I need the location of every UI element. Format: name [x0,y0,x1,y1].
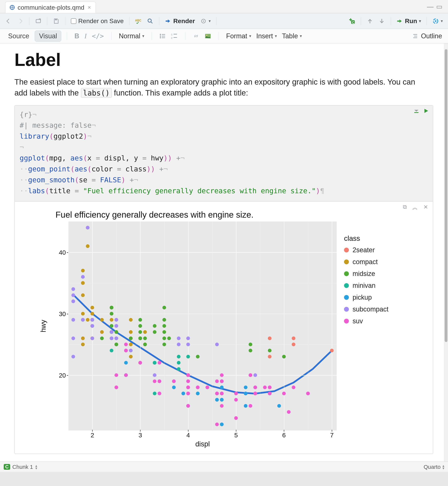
data-point [162,330,166,334]
data-point [220,373,224,377]
render-on-save-toggle[interactable]: Render on Save [69,16,126,26]
data-point [138,361,142,364]
svg-text:1: 1 [171,33,173,36]
outline-button[interactable]: Outline [411,31,444,41]
data-point [143,343,147,346]
svg-point-4 [148,19,151,22]
spellcheck-button[interactable]: ABC [133,17,144,25]
data-point [182,392,185,395]
data-point [162,318,166,322]
data-point [81,318,85,322]
format-menu[interactable]: Format ▾ [224,31,253,41]
go-prev-chunk-button[interactable] [365,17,375,25]
save-button[interactable] [51,17,61,25]
data-point [248,373,252,377]
engine-label[interactable]: Quarto [424,464,440,470]
visual-mode-button[interactable]: Visual [35,31,61,42]
data-point [215,398,219,402]
data-point [114,336,118,340]
legend-swatch [344,307,349,312]
image-button[interactable] [203,32,213,40]
maximize-pane-icon[interactable]: ▭ [436,3,442,10]
data-point [81,281,85,285]
run-button[interactable]: Run ▾ [394,16,423,26]
data-point [268,336,272,340]
legend-label: compact [352,258,378,266]
bold-button[interactable]: B [72,31,81,41]
legend-label: subcompact [352,305,388,313]
data-point [110,330,113,334]
bullet-list-button[interactable] [157,32,168,40]
x-axis-label: displ [54,439,337,448]
nav-back-button[interactable] [3,17,14,25]
minimize-pane-icon[interactable]: — [427,3,433,10]
x-axis-ticks: 234567 [68,430,337,439]
data-point [220,398,224,402]
data-point [124,373,128,377]
data-point [215,343,219,346]
quarto-doc-icon [9,5,15,10]
source-mode-button[interactable]: Source [4,31,33,41]
data-point [129,318,133,322]
data-point [153,330,157,334]
find-button[interactable] [145,17,155,25]
insert-menu[interactable]: Insert ▾ [255,31,279,41]
render-options-button[interactable]: ▾ [198,17,213,25]
data-point [81,343,85,346]
code-chunk-source[interactable]: {r}¬ #| message: false¬ library(ggplot2)… [15,105,433,201]
render-button[interactable]: Render [163,16,197,26]
data-point [244,404,248,408]
data-point [81,269,85,272]
data-point [220,404,224,408]
close-tab-icon[interactable]: × [87,4,92,10]
scrollbar-thumb[interactable] [445,49,448,342]
run-chunk-icon[interactable] [423,108,429,114]
popout-output-icon[interactable]: ⧉ [403,204,407,211]
svg-point-15 [160,37,161,38]
data-point [158,379,161,383]
data-point [215,392,219,395]
file-tab[interactable]: communicate-plots.qmd × [5,1,96,13]
run-above-icon[interactable] [413,108,419,114]
data-point [196,355,200,358]
data-point [186,404,190,408]
data-point [90,312,94,316]
data-point [196,386,200,389]
data-point [244,392,248,395]
data-point [177,367,181,371]
data-point [81,312,85,316]
data-point [110,336,113,340]
svg-rect-14 [162,36,165,36]
svg-point-11 [160,34,161,35]
data-point [215,422,219,426]
block-style-select[interactable]: Normal ▾ [117,31,146,41]
go-next-chunk-button[interactable] [376,17,387,25]
chunk-nav-stepper[interactable]: ▴▾ [35,464,37,470]
svg-rect-25 [413,37,417,38]
table-menu[interactable]: Table ▾ [280,31,304,41]
nav-fwd-button[interactable] [15,17,25,25]
code-format-button[interactable]: </> [90,31,106,41]
data-point [153,361,157,364]
collapse-output-icon[interactable]: ︽ [412,204,418,211]
open-in-window-button[interactable] [33,17,43,25]
link-button[interactable] [191,32,201,40]
document-editor[interactable]: Label The easiest place to start when tu… [0,43,444,462]
data-point [110,312,113,316]
chunk-nav[interactable]: Chunk 1 [12,464,33,470]
italic-button[interactable]: I [82,31,88,41]
chunk-badge-icon: C [4,464,10,470]
engine-stepper[interactable]: ▴▾ [442,464,444,470]
clear-output-icon[interactable]: ✕ [424,204,428,211]
numbered-list-button[interactable]: 12 [169,32,180,40]
insert-chunk-button[interactable]: C [347,17,357,25]
data-point [248,349,252,352]
scrollbar[interactable] [444,43,448,462]
publish-button[interactable]: ▾ [431,17,445,25]
ggplot-output: Fuel efficiency generally decreases with… [33,207,414,448]
legend-label: pickup [352,293,372,301]
statusbar: C Chunk 1 ▴▾ Quarto ▴▾ [0,462,448,472]
data-point [114,373,118,377]
code-chunk-output: ⧉ ︽ ✕ Fuel efficiency generally decrease… [15,201,433,454]
data-point [292,343,296,346]
